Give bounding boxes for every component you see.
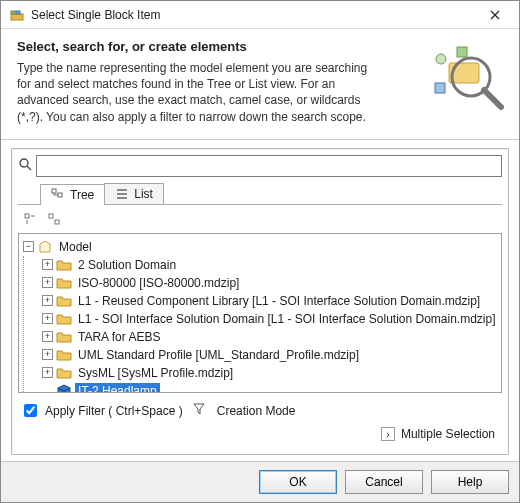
svg-rect-1 (11, 11, 15, 14)
tree-node-label: Model (56, 239, 95, 255)
tree-node-label: TARA for AEBS (75, 329, 163, 345)
expander-icon[interactable]: + (42, 349, 53, 360)
svg-rect-9 (52, 189, 56, 193)
block-icon (56, 383, 72, 393)
svg-rect-4 (457, 47, 467, 57)
expander-icon[interactable]: + (42, 259, 53, 270)
chevron-right-icon: › (381, 427, 395, 441)
folder-icon (56, 329, 72, 345)
multiple-selection-row: › Multiple Selection (18, 422, 502, 446)
apply-filter-label: Apply Filter ( Ctrl+Space ) (45, 404, 183, 418)
svg-rect-0 (11, 14, 23, 20)
multiple-selection-button[interactable]: › Multiple Selection (376, 424, 500, 444)
svg-point-5 (436, 54, 446, 64)
tree-node[interactable]: + TARA for AEBS (42, 328, 499, 346)
search-icon (18, 158, 32, 174)
folder-icon (56, 347, 72, 363)
tree-node-label: SysML [SysML Profile.mdzip] (75, 365, 236, 381)
folder-icon (56, 365, 72, 381)
tab-tree-label: Tree (70, 188, 94, 202)
svg-rect-10 (58, 193, 62, 197)
cancel-button[interactable]: Cancel (345, 470, 423, 494)
tree-node[interactable]: + UML Standard Profile [UML_Standard_Pro… (42, 346, 499, 364)
folder-icon (56, 257, 72, 273)
expander-icon[interactable]: − (23, 241, 34, 252)
app-icon (9, 7, 25, 23)
expander-icon[interactable]: + (42, 331, 53, 342)
tree-node[interactable]: + 2 Solution Domain (42, 256, 499, 274)
tab-list[interactable]: List (104, 183, 164, 204)
filter-icon[interactable] (193, 403, 207, 418)
view-tabs: Tree List (18, 183, 502, 205)
expander-icon[interactable]: + (42, 367, 53, 378)
titlebar: Select Single Block Item (1, 1, 519, 29)
multiple-selection-label: Multiple Selection (401, 427, 495, 441)
header: Select, search for, or create elements T… (1, 29, 519, 140)
apply-filter-checkbox[interactable]: Apply Filter ( Ctrl+Space ) (20, 401, 183, 420)
ok-button[interactable]: OK (259, 470, 337, 494)
expander-icon[interactable]: + (42, 277, 53, 288)
tree-node-label: L1 - SOI Interface Solution Domain [L1 -… (75, 311, 499, 327)
tree-node[interactable]: + L1 - Reused Component Library [L1 - SO… (42, 292, 499, 310)
tree-node-root[interactable]: − Model (23, 238, 499, 256)
model-icon (37, 239, 53, 255)
apply-filter-input[interactable] (24, 404, 37, 417)
svg-point-8 (20, 159, 28, 167)
tab-tree[interactable]: Tree (40, 184, 105, 205)
dialog-window: Select Single Block Item Select, search … (0, 0, 520, 503)
dialog-body: Tree List (1, 140, 519, 461)
expander-placeholder (42, 385, 53, 393)
folder-icon (56, 293, 72, 309)
tree-node-selected[interactable]: IT-2 Headlamp (42, 382, 499, 393)
expand-selected-button[interactable] (20, 209, 40, 229)
tab-list-label: List (134, 187, 153, 201)
svg-rect-6 (435, 83, 445, 93)
search-input[interactable] (36, 155, 502, 177)
tree-node[interactable]: + ISO-80000 [ISO-80000.mdzip] (42, 274, 499, 292)
svg-marker-14 (40, 241, 50, 252)
expander-icon[interactable]: + (42, 295, 53, 306)
header-illustration-icon (421, 37, 509, 115)
options-row: Apply Filter ( Ctrl+Space ) Creation Mod… (18, 393, 502, 422)
tree-node-label: ISO-80000 [ISO-80000.mdzip] (75, 275, 242, 291)
help-button[interactable]: Help (431, 470, 509, 494)
content-panel: Tree List (11, 148, 509, 455)
folder-icon (56, 311, 72, 327)
svg-rect-13 (55, 220, 59, 224)
expander-icon[interactable]: + (42, 313, 53, 324)
list-icon (115, 187, 129, 201)
tree-node-label: IT-2 Headlamp (75, 383, 160, 393)
dialog-footer: OK Cancel Help (1, 461, 519, 502)
svg-rect-12 (49, 214, 53, 218)
search-row (18, 155, 502, 177)
close-button[interactable] (475, 1, 515, 28)
creation-mode-label[interactable]: Creation Mode (217, 404, 296, 418)
header-description: Type the name representing the model ele… (17, 60, 377, 125)
tree-view[interactable]: − Model + 2 Solution Domain (18, 233, 502, 393)
tree-node-label: UML Standard Profile [UML_Standard_Profi… (75, 347, 362, 363)
svg-rect-2 (16, 11, 20, 14)
collapse-selected-button[interactable] (44, 209, 64, 229)
tree-node-label: 2 Solution Domain (75, 257, 179, 273)
window-title: Select Single Block Item (31, 8, 475, 22)
tree-node[interactable]: + SysML [SysML Profile.mdzip] (42, 364, 499, 382)
folder-icon (56, 275, 72, 291)
tree-icon (51, 188, 65, 202)
tree-node-label: L1 - Reused Component Library [L1 - SOI … (75, 293, 483, 309)
svg-rect-11 (25, 214, 29, 218)
tree-node[interactable]: + L1 - SOI Interface Solution Domain [L1… (42, 310, 499, 328)
tree-toolbar (18, 205, 502, 233)
